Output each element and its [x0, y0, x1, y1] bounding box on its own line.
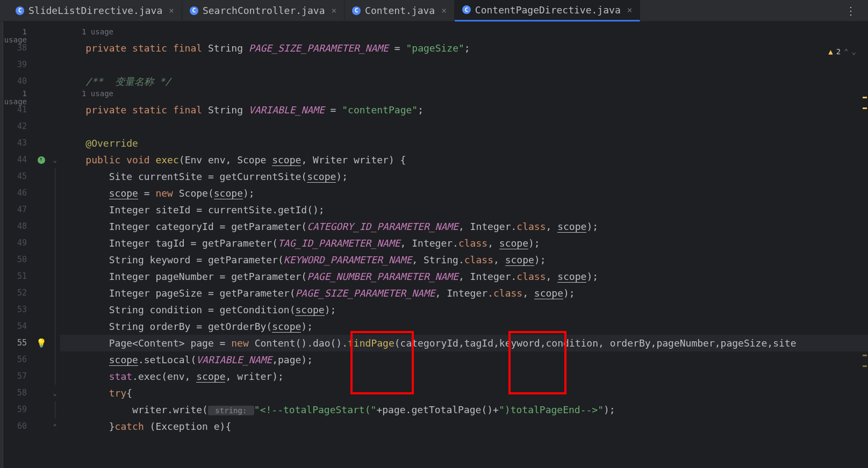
line-number: 40 — [3, 73, 33, 90]
chevron-up-icon[interactable]: ⌃ — [844, 47, 848, 56]
gutter-icons: 💡 — [33, 21, 49, 468]
java-class-icon: C — [462, 5, 471, 14]
line-number: 51 — [3, 268, 33, 285]
java-class-icon: C — [352, 6, 361, 15]
close-icon[interactable]: × — [441, 5, 447, 16]
line-number: 50 — [3, 251, 33, 268]
weak-warning-mark[interactable] — [863, 355, 867, 356]
line-number: 46 — [3, 185, 33, 201]
tab-label: Content.java — [365, 5, 435, 16]
code-line[interactable]: try{ — [60, 385, 868, 401]
fold-collapse-icon[interactable]: ⌄ — [49, 152, 60, 168]
usage-hint: 1 usage — [3, 28, 33, 40]
code-editor[interactable]: 1 usage private static final String PAGE… — [60, 21, 868, 468]
line-number: 57 — [3, 368, 33, 385]
code-line[interactable] — [60, 56, 868, 73]
code-line[interactable]: String orderBy = getOrderBy(scope); — [60, 318, 868, 335]
code-line[interactable]: Integer tagId = getParameter(TAG_ID_PARA… — [60, 235, 868, 251]
warning-mark[interactable] — [863, 97, 867, 98]
tab-label: ContentPageDirective.java — [475, 4, 621, 16]
override-icon[interactable] — [38, 156, 45, 164]
line-numbers: 1 usage 38 39 40 1 usage 41 42 43 44 45 … — [3, 21, 33, 468]
code-line[interactable]: scope = new Scope(scope); — [60, 185, 868, 201]
line-number: 42 — [3, 118, 33, 135]
code-line[interactable]: private static final String PAGE_SIZE_PA… — [60, 40, 868, 56]
usage-hint: 1 usage — [60, 90, 868, 102]
line-number: 45 — [3, 168, 33, 185]
editor: 1 usage 38 39 40 1 usage 41 42 43 44 45 … — [0, 21, 868, 468]
warning-icon: ▲ — [828, 47, 833, 56]
fold-collapse-icon[interactable]: ⌄ — [49, 385, 60, 401]
code-line[interactable]: Integer categoryId = getParameter(CATEGO… — [60, 218, 868, 235]
tab-label: SearchController.java — [203, 5, 325, 16]
fold-gutter: ⌄ ⌄ ⌃ — [49, 21, 60, 468]
line-number: 52 — [3, 285, 33, 301]
code-line[interactable]: private static final String VARIABLE_NAM… — [60, 102, 868, 118]
usage-hint: 1 usage — [60, 28, 868, 40]
error-stripe[interactable] — [862, 21, 868, 468]
code-line[interactable]: Integer pageNumber = getParameter(PAGE_N… — [60, 268, 868, 285]
chevron-down-icon[interactable]: ⌄ — [852, 47, 856, 56]
editor-tabs: C SlideListDirective.java × C SearchCont… — [0, 0, 868, 21]
code-line[interactable]: Integer siteId = currentSite.getId(); — [60, 201, 868, 218]
line-number: 56 — [3, 351, 33, 368]
code-line[interactable]: public void exec(Env env, Scope scope, W… — [60, 152, 868, 168]
usage-hint: 1 usage — [3, 90, 33, 102]
tab-content[interactable]: C Content.java × — [345, 1, 455, 20]
code-line[interactable]: /** 变量名称 */ — [60, 73, 868, 90]
close-icon[interactable]: × — [169, 5, 174, 16]
fold-expand-icon[interactable]: ⌃ — [49, 418, 60, 435]
code-line[interactable]: Page<Content> page = new Content().dao()… — [60, 335, 868, 351]
line-number: 55 — [3, 335, 33, 351]
java-class-icon: C — [16, 6, 24, 15]
intention-bulb-icon[interactable]: 💡 — [36, 338, 47, 348]
code-line[interactable]: }catch (Exception e){ — [60, 418, 868, 435]
code-line[interactable]: scope.setLocal(VARIABLE_NAME,page); — [60, 351, 868, 368]
tab-slidelistdirective[interactable]: C SlideListDirective.java × — [8, 1, 182, 20]
line-number: 60 — [3, 418, 33, 435]
tab-label: SlideListDirective.java — [28, 5, 162, 16]
line-number: 59 — [3, 401, 33, 418]
code-line[interactable]: @Override — [60, 135, 868, 152]
code-line[interactable]: writer.write( string: "<!--totalPageStar… — [60, 401, 868, 418]
line-number: 43 — [3, 135, 33, 152]
code-line[interactable]: String condition = getCondition(scope); — [60, 301, 868, 318]
java-class-icon: C — [190, 6, 198, 15]
line-number: 44 — [3, 152, 33, 168]
code-line[interactable]: Site currentSite = getCurrentSite(scope)… — [60, 168, 868, 185]
tab-contentpagedirective[interactable]: C ContentPageDirective.java × — [455, 0, 641, 21]
more-actions-icon[interactable]: ⋮ — [845, 4, 857, 17]
line-number: 48 — [3, 218, 33, 235]
warning-mark[interactable] — [863, 107, 867, 109]
tab-searchcontroller[interactable]: C SearchController.java × — [182, 1, 345, 20]
code-line[interactable]: String keyword = getParameter(KEYWORD_PA… — [60, 251, 868, 268]
warning-count: 2 — [836, 47, 841, 56]
inspection-summary[interactable]: ▲ 2 ⌃ ⌄ — [828, 47, 856, 56]
close-icon[interactable]: × — [331, 5, 336, 16]
code-line[interactable] — [60, 118, 868, 135]
line-number: 47 — [3, 201, 33, 218]
close-icon[interactable]: × — [627, 5, 633, 15]
line-number: 39 — [3, 56, 33, 73]
line-number: 58 — [3, 385, 33, 401]
weak-warning-mark[interactable] — [863, 365, 867, 367]
line-number: 49 — [3, 235, 33, 251]
line-number: 54 — [3, 318, 33, 335]
code-line[interactable]: stat.exec(env, scope, writer); — [60, 368, 868, 385]
code-line[interactable]: Integer pageSize = getParameter(PAGE_SIZ… — [60, 285, 868, 301]
line-number: 53 — [3, 301, 33, 318]
